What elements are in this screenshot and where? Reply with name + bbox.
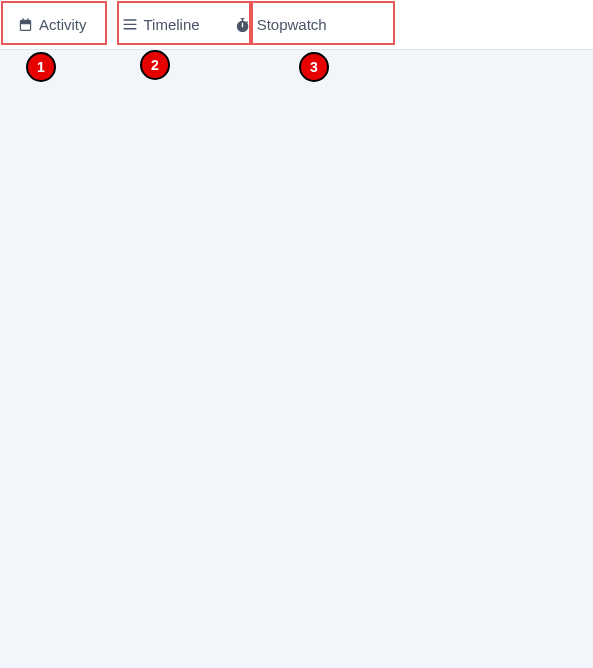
badge-number: 3 (310, 59, 318, 75)
annotation-badge: 3 (299, 52, 329, 82)
badge-number: 1 (37, 59, 45, 75)
tab-label: Stopwatch (257, 16, 327, 33)
tab-label: Timeline (144, 16, 200, 33)
badge-number: 2 (151, 57, 159, 73)
tab-activity[interactable]: Activity (0, 0, 105, 49)
annotation-badge: 2 (140, 50, 170, 80)
stopwatch-icon (236, 18, 250, 32)
annotation-badge: 1 (26, 52, 56, 82)
calendar-icon (18, 18, 32, 32)
tab-label: Activity (39, 16, 87, 33)
tab-bar: Activity Timeline Stopwatch (0, 0, 593, 50)
list-icon (123, 18, 137, 32)
tab-timeline[interactable]: Timeline (105, 0, 218, 49)
tab-stopwatch[interactable]: Stopwatch (218, 0, 345, 49)
